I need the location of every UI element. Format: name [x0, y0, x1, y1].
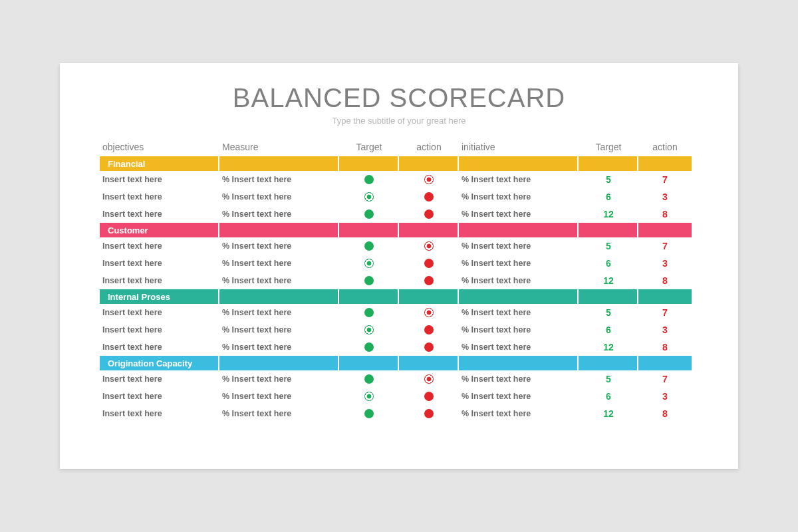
status-dot-icon — [424, 241, 434, 251]
cell-action-dot — [399, 272, 459, 289]
col-objectives: objectives — [100, 138, 219, 156]
cell-action-dot — [399, 255, 459, 272]
status-dot-icon — [424, 325, 434, 334]
cell-action-value: 7 — [638, 374, 692, 384]
cell-target-value: 6 — [579, 325, 638, 335]
col-action-2: action — [638, 138, 692, 156]
table-row: Insert text here% Insert text here% Inse… — [100, 388, 698, 405]
cell-action-dot — [399, 188, 459, 205]
status-dot-icon — [424, 409, 434, 418]
cell-initiative: % Insert text here — [459, 272, 579, 289]
cell-target-dot — [339, 388, 399, 405]
status-dot-icon — [364, 374, 374, 384]
cell-objective: Insert text here — [100, 237, 219, 255]
cell-action-dot — [399, 237, 459, 255]
cell-objective: Insert text here — [100, 370, 219, 388]
cell-action-value: 8 — [638, 209, 692, 219]
section-bar-segment — [399, 156, 458, 171]
section-bar-segment — [219, 223, 338, 237]
section-bar-segment — [339, 289, 398, 304]
cell-target-dot — [339, 370, 399, 388]
section-bar-segment — [638, 223, 692, 237]
cell-action-value: 8 — [638, 275, 692, 286]
col-target-1: Target — [339, 138, 399, 156]
cell-action-dot — [399, 338, 459, 356]
section-label: Customer — [100, 223, 218, 237]
status-dot-icon — [424, 374, 434, 384]
cell-target-value: 6 — [579, 192, 638, 202]
cell-measure: % Insert text here — [219, 338, 339, 356]
cell-measure: % Insert text here — [219, 370, 339, 388]
status-dot-icon — [424, 392, 434, 401]
cell-target-value: 12 — [579, 275, 638, 286]
section-bar-segment — [459, 289, 577, 304]
cell-target-value: 12 — [579, 342, 638, 352]
status-dot-icon — [424, 259, 434, 268]
cell-objective: Insert text here — [100, 321, 219, 338]
cell-action-dot — [399, 370, 459, 388]
cell-initiative: % Insert text here — [459, 255, 579, 272]
status-dot-icon — [364, 342, 374, 352]
table-row: Insert text here% Insert text here% Inse… — [100, 370, 698, 388]
section-bar-segment — [579, 156, 637, 171]
col-initiative: initiative — [459, 138, 579, 156]
cell-initiative: % Insert text here — [459, 370, 579, 388]
col-action-1: action — [399, 138, 459, 156]
table-row: Insert text here% Insert text here% Inse… — [100, 237, 698, 255]
status-dot-icon — [424, 175, 434, 184]
cell-initiative: % Insert text here — [459, 338, 579, 356]
cell-objective: Insert text here — [100, 405, 219, 422]
cell-action-value: 3 — [638, 192, 692, 202]
status-dot-icon — [364, 192, 374, 201]
section-bar-segment — [579, 223, 637, 237]
table-header-row: objectives Measure Target action initiat… — [100, 138, 698, 156]
cell-objective: Insert text here — [100, 304, 219, 321]
cell-action-value: 7 — [638, 307, 692, 318]
cell-initiative: % Insert text here — [459, 388, 579, 405]
cell-target-value: 6 — [579, 258, 638, 269]
cell-target-value: 6 — [579, 391, 638, 402]
table-row: Insert text here% Insert text here% Inse… — [100, 338, 698, 356]
cell-objective: Insert text here — [100, 338, 219, 356]
cell-action-value: 3 — [638, 325, 692, 335]
cell-target-dot — [339, 237, 399, 255]
status-dot-icon — [424, 276, 434, 285]
cell-objective: Insert text here — [100, 188, 219, 205]
cell-action-value: 7 — [638, 241, 692, 251]
section-bar: Internal Proses — [100, 289, 698, 304]
status-dot-icon — [364, 325, 374, 334]
cell-measure: % Insert text here — [219, 205, 339, 223]
cell-action-value: 8 — [638, 342, 692, 352]
table-row: Insert text here% Insert text here% Inse… — [100, 405, 698, 422]
section-label: Origination Capacity — [100, 356, 218, 370]
cell-initiative: % Insert text here — [459, 321, 579, 338]
cell-measure: % Insert text here — [219, 171, 339, 188]
cell-action-dot — [399, 321, 459, 338]
slide: BALANCED SCORECARD Type the subtitle of … — [60, 63, 738, 469]
cell-action-value: 7 — [638, 174, 692, 185]
cell-measure: % Insert text here — [219, 304, 339, 321]
section-bar-segment — [339, 156, 398, 171]
section-bar-segment — [638, 356, 692, 370]
cell-measure: % Insert text here — [219, 405, 339, 422]
cell-measure: % Insert text here — [219, 237, 339, 255]
status-dot-icon — [364, 276, 374, 285]
table-row: Insert text here% Insert text here% Inse… — [100, 255, 698, 272]
cell-initiative: % Insert text here — [459, 205, 579, 223]
cell-action-dot — [399, 205, 459, 223]
cell-objective: Insert text here — [100, 205, 219, 223]
cell-measure: % Insert text here — [219, 321, 339, 338]
col-target-2: Target — [579, 138, 638, 156]
cell-action-value: 8 — [638, 408, 692, 419]
cell-measure: % Insert text here — [219, 255, 339, 272]
section-bar-segment — [339, 356, 398, 370]
cell-action-dot — [399, 405, 459, 422]
section-bar-segment — [459, 356, 577, 370]
cell-target-value: 5 — [579, 241, 638, 251]
cell-action-value: 3 — [638, 391, 692, 402]
cell-action-value: 3 — [638, 258, 692, 269]
table-row: Insert text here% Insert text here% Inse… — [100, 205, 698, 223]
cell-target-value: 12 — [579, 408, 638, 419]
cell-action-dot — [399, 304, 459, 321]
slide-title: BALANCED SCORECARD — [100, 83, 698, 113]
